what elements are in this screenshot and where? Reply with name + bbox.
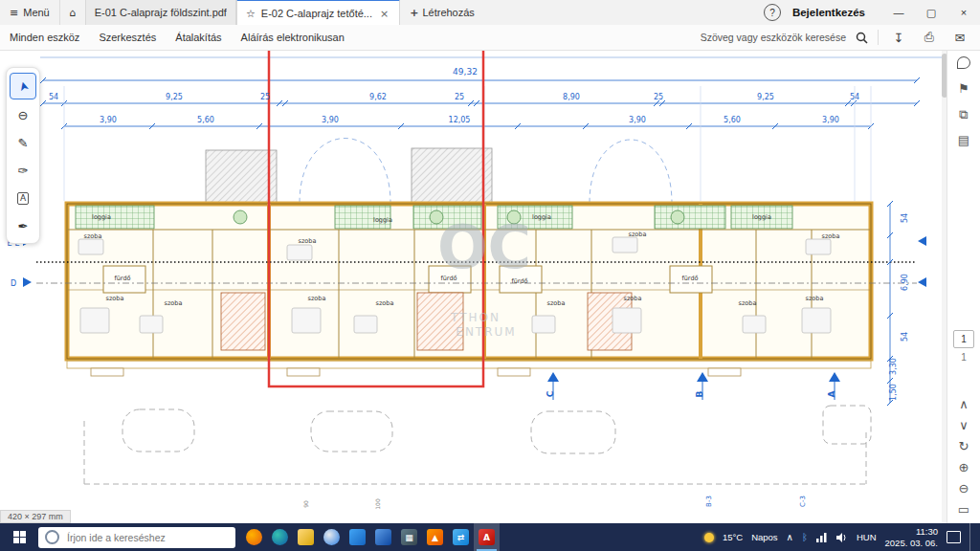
taskbar-app-save-tool[interactable] <box>370 523 396 551</box>
pages-panel-button[interactable]: ⧉ <box>947 101 980 127</box>
taskbar-search-input[interactable] <box>65 531 229 544</box>
dim-label: 1,50 <box>889 384 898 401</box>
menu-esign[interactable]: Aláírás elektronikusan <box>241 32 345 43</box>
acrobat-icon: A <box>479 529 495 545</box>
dim-label: 3,90 <box>322 116 339 124</box>
zoom-in-button[interactable]: ⊕ <box>947 457 980 477</box>
dim-label: 6,90 <box>901 274 909 291</box>
bluetooth-icon[interactable]: ᛒ <box>802 532 808 542</box>
print-button[interactable]: ⎙ <box>919 27 940 48</box>
tab-close-icon[interactable]: × <box>378 8 390 20</box>
fountain-pen-icon: ✒ <box>18 219 29 233</box>
dim-label: 54 <box>850 93 859 101</box>
watermark: TTHON <box>450 311 501 324</box>
help-button[interactable]: ? <box>764 4 781 21</box>
firefox-icon <box>246 529 262 545</box>
create-button[interactable]: + Létrehozás <box>400 0 484 25</box>
weather-sun-icon <box>704 533 714 542</box>
tiny-dim-label: 90 <box>302 500 309 508</box>
menu-edit[interactable]: Szerkesztés <box>99 32 156 43</box>
weather-temp[interactable]: 15°C <box>723 532 743 542</box>
menu-all-tools[interactable]: Minden eszköz <box>10 32 79 43</box>
next-page-button[interactable]: ∨ <box>947 415 980 435</box>
notification-center-icon[interactable] <box>947 531 961 543</box>
rotate-page-button[interactable]: ↻ <box>947 436 980 456</box>
share-mail-button[interactable]: ✉ <box>949 27 970 48</box>
taskbar-app-acrobat[interactable]: A <box>474 523 500 551</box>
taskbar-search[interactable] <box>38 527 235 548</box>
room-label: szoba <box>308 295 326 302</box>
fill-sign-tool-button[interactable]: ✒ <box>11 213 35 238</box>
taskbar-app-edge[interactable] <box>267 523 293 551</box>
signin-button[interactable]: Bejelentkezés <box>792 7 865 18</box>
network-icon[interactable] <box>816 533 828 542</box>
room-label: loggia <box>752 213 771 221</box>
select-tool-button[interactable]: ➤ <box>10 73 36 99</box>
layers-panel-button[interactable]: ▤ <box>947 127 980 153</box>
previous-page-button[interactable]: ∧ <box>947 394 980 414</box>
document-canvas[interactable]: 49,32549,25259,62258,90259,25543,905,603… <box>0 0 980 551</box>
taskbar-app-store[interactable] <box>345 523 370 551</box>
room-label: szoba <box>84 232 102 240</box>
sign-tool-button[interactable]: ✑ <box>11 158 35 183</box>
calculator-icon: ▦ <box>401 529 417 545</box>
comments-panel-button[interactable] <box>947 50 980 76</box>
chevron-up-icon: ∧ <box>959 397 969 411</box>
add-text-tool-button[interactable]: A <box>11 186 35 210</box>
search-icon[interactable] <box>856 32 868 44</box>
page-total-label: 1 <box>961 352 967 363</box>
tab-document-2[interactable]: ☆ E-02 C-alaprajz tetőté... × <box>236 0 400 26</box>
tiny-dim-label: 100 <box>374 498 381 510</box>
zoom-tool-button[interactable]: ⊖ <box>11 102 35 127</box>
fit-width-button[interactable]: ▭ <box>947 499 980 519</box>
app-menu-button[interactable]: ≡ Menü <box>0 0 59 25</box>
page-number-box[interactable]: 1 <box>953 330 974 348</box>
volume-icon[interactable] <box>836 533 848 542</box>
search-label[interactable]: Szöveg vagy eszközök keresése <box>701 32 846 43</box>
dormers <box>206 148 492 203</box>
maximize-button[interactable]: ▢ <box>915 0 947 25</box>
section-marker-label: D <box>11 279 16 288</box>
save-button[interactable]: ↧ <box>888 27 909 48</box>
taskbar-app-calculator[interactable]: ▦ <box>396 523 422 551</box>
home-button[interactable]: ⌂ <box>59 0 85 25</box>
weather-condition[interactable]: Napos <box>751 532 777 542</box>
zoom-out-button[interactable]: ⊖ <box>947 478 980 498</box>
hidden-icons-chevron[interactable]: ∧ <box>787 532 793 542</box>
minimize-button[interactable]: — <box>882 0 915 25</box>
dim-label: 5,60 <box>197 116 214 124</box>
bookmark-icon: ⚑ <box>958 81 969 96</box>
room-label: szoba <box>806 295 824 302</box>
edge-icon <box>272 529 288 545</box>
menu-convert[interactable]: Átalakítás <box>175 32 221 43</box>
taskbar-app-teamviewer[interactable]: ⇄ <box>448 523 474 551</box>
page-size-indicator: 420 × 297 mm <box>0 510 71 523</box>
tab-label: E-01 C-alaprajz földszint.pdf <box>95 7 227 18</box>
start-button[interactable] <box>0 523 38 551</box>
room-label: szoba <box>376 299 394 307</box>
dim-label: 8,90 <box>563 93 580 101</box>
taskbar-app-chrome[interactable] <box>319 523 345 551</box>
tab-document-1[interactable]: E-01 C-alaprajz földszint.pdf <box>85 0 236 25</box>
language-indicator[interactable]: HUN <box>857 532 877 542</box>
taskbar-app-file-explorer[interactable] <box>293 523 319 551</box>
search-circle-icon <box>45 530 59 544</box>
room-label: szoba <box>822 232 840 240</box>
bookmarks-panel-button[interactable]: ⚑ <box>947 76 980 101</box>
teamviewer-icon: ⇄ <box>453 529 469 545</box>
dim-label: 54 <box>901 213 909 223</box>
divider <box>878 30 879 45</box>
cursor-arrow-icon: ➤ <box>14 79 31 93</box>
windows-taskbar: ▦▲⇄A 15°C Napos ∧ ᛒ HUN 11:30 2025. 03. … <box>0 523 980 551</box>
dim-label: 3,90 <box>629 116 646 124</box>
taskbar-app-vlc[interactable]: ▲ <box>422 523 448 551</box>
pages-icon: ⧉ <box>959 107 968 122</box>
show-desktop-button[interactable] <box>969 523 975 551</box>
axis-marker-label: B <box>695 390 704 397</box>
taskbar-app-firefox[interactable] <box>241 523 267 551</box>
clock[interactable]: 11:30 2025. 03. 06. <box>885 526 938 549</box>
pen-icon: ✑ <box>18 164 29 178</box>
room-label: fürdő <box>114 275 130 282</box>
close-button[interactable]: × <box>947 0 980 25</box>
draw-tool-button[interactable]: ✎ <box>11 130 35 155</box>
